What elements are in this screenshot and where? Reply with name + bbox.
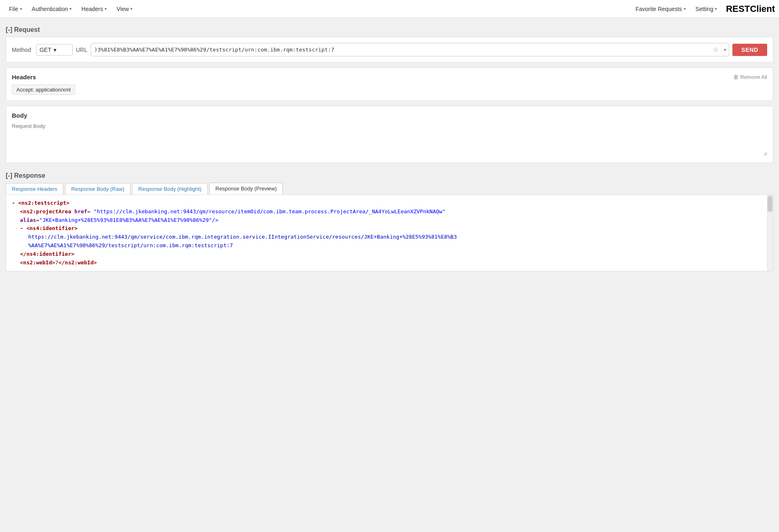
xml-root-tag: - <ns2:testscript> <box>12 200 69 206</box>
xml-href-val: "https://clm.jkebanking.net:9443/qm/reso… <box>94 208 445 215</box>
xml-root-open: - <ns2:testscript> <box>12 199 767 208</box>
app-title: RESTClient <box>722 4 775 14</box>
xml-webid-line: <ns2:webId>7</ns2:webId> <box>12 259 767 267</box>
xml-alias-line: alias="JKE+Banking+%28E5%93%81E8%B3%AA%E… <box>12 216 767 225</box>
scrollbar-thumb[interactable] <box>768 196 772 212</box>
tab-response-body-highlight[interactable]: Response Body (Highlight) <box>132 183 208 194</box>
header-accept-tag[interactable]: Accept: application/xml <box>12 85 75 95</box>
remove-all-button[interactable]: 🗑 Remove All <box>733 74 767 80</box>
xml-url-line2: %AA%E7%AE%A1%E7%90%86%29/testscript/urn:… <box>28 242 233 248</box>
request-row: Method GET ▾ URL ☆ ▾ SEND <box>12 43 767 56</box>
menu-view-label: View <box>116 6 129 12</box>
send-button[interactable]: SEND <box>732 44 767 56</box>
headers-title: Headers <box>12 74 36 80</box>
trash-icon: 🗑 <box>733 74 739 80</box>
xml-webid-value: 7 <box>55 259 58 266</box>
request-card: Method GET ▾ URL ☆ ▾ SEND <box>6 37 773 63</box>
body-title: Body <box>12 112 767 119</box>
main-content: [-] Request Method GET ▾ URL ☆ ▾ SEND He… <box>0 18 779 275</box>
menu-headers-arrow: ▾ <box>105 7 107 11</box>
menu-setting-arrow: ▾ <box>715 7 717 11</box>
response-section-header[interactable]: [-] Response <box>6 168 773 183</box>
menu-favorite-requests-label: Favorite Requests <box>636 6 682 12</box>
headers-card: Headers 🗑 Remove All Accept: application… <box>6 67 773 101</box>
xml-webid-tag: <ns2:webId> <box>20 259 55 266</box>
tab-response-body-preview[interactable]: Response Body (Preview) <box>209 183 283 194</box>
xml-url-line1: https://clm.jkebanking.net:9443/qm/servi… <box>28 234 457 240</box>
xml-identifier-open-tag: - <ns4:identifier> <box>20 225 78 231</box>
method-value: GET <box>40 47 51 53</box>
url-chevron-icon[interactable]: ▾ <box>721 45 729 55</box>
method-label: Method <box>12 47 31 53</box>
headers-card-header: Headers 🗑 Remove All <box>12 74 767 80</box>
remove-all-label: Remove All <box>740 74 767 80</box>
menu-headers[interactable]: Headers ▾ <box>76 0 112 18</box>
menu-authentication-label: Authentication <box>32 6 68 12</box>
xml-alias-val: "JKE+Banking+%28E5%93%81E8%B3%AA%E7%AE%A… <box>39 217 218 223</box>
xml-webid-close-tag: </ns2:webId> <box>58 259 97 266</box>
star-icon[interactable]: ☆ <box>710 43 721 56</box>
menu-setting[interactable]: Setting ▾ <box>691 0 722 18</box>
tab-response-headers[interactable]: Response Headers <box>6 183 63 194</box>
menu-setting-label: Setting <box>696 6 714 12</box>
menu-authentication-arrow: ▾ <box>69 7 72 11</box>
xml-project-area-tag: <ns2:projectArea <box>20 208 74 215</box>
xml-identifier-close-tag: </ns4:identifier> <box>20 251 74 257</box>
method-chevron-icon: ▾ <box>54 47 56 53</box>
body-card: Body <box>6 106 773 163</box>
menu-file[interactable]: File ▾ <box>4 0 27 18</box>
menu-headers-label: Headers <box>81 6 103 12</box>
xml-identifier-text2: %AA%E7%AE%A1%E7%90%86%29/testscript/urn:… <box>12 241 767 250</box>
xml-href-attr: href <box>74 208 87 215</box>
menu-file-arrow: ▾ <box>20 7 22 11</box>
response-tabs-row: Response Headers Response Body (Raw) Res… <box>6 183 773 194</box>
tab-response-body-raw[interactable]: Response Body (Raw) <box>65 183 130 194</box>
scrollbar[interactable] <box>767 195 773 271</box>
menu-file-label: File <box>9 6 18 12</box>
menu-authentication[interactable]: Authentication ▾ <box>27 0 77 18</box>
body-textarea[interactable] <box>12 123 767 156</box>
menu-bar: File ▾ Authentication ▾ Headers ▾ View ▾… <box>0 0 779 18</box>
menu-view[interactable]: View ▾ <box>112 0 137 18</box>
request-section-header[interactable]: [-] Request <box>6 22 773 37</box>
url-label: URL <box>76 47 87 53</box>
menu-view-arrow: ▾ <box>130 7 132 11</box>
url-input-wrap: ☆ ▾ <box>91 43 729 56</box>
menu-favorite-requests-arrow: ▾ <box>684 7 686 11</box>
xml-identifier-close: </ns4:identifier> <box>12 250 767 259</box>
xml-identifier-open: - <ns4:identifier> <box>12 224 767 233</box>
xml-project-area-line: <ns2:projectArea href= "https://clm.jkeb… <box>12 208 767 216</box>
method-select[interactable]: GET ▾ <box>36 44 73 56</box>
xml-alias-attr: alias <box>20 217 36 223</box>
response-body-preview: - <ns2:testscript> <ns2:projectArea href… <box>6 194 773 271</box>
menu-favorite-requests[interactable]: Favorite Requests ▾ <box>631 0 691 18</box>
xml-identifier-text1: https://clm.jkebanking.net:9443/qm/servi… <box>12 233 767 241</box>
url-input[interactable] <box>91 44 710 55</box>
